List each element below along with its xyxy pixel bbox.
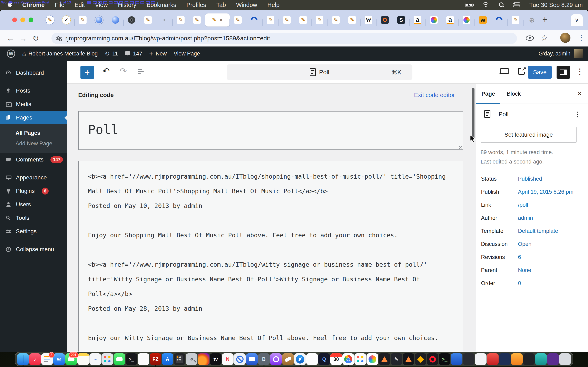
dock-icon-reminders[interactable]: 3 xyxy=(41,353,53,365)
sidebar-item-plugins[interactable]: Plugins6 xyxy=(0,184,67,198)
dock-icon-textedit[interactable] xyxy=(138,353,149,365)
tab-wp-edit[interactable]: ✎ xyxy=(140,16,156,24)
dock-icon-chrome[interactable] xyxy=(342,353,354,365)
address-bar[interactable]: rjmprogramming.com.au/ITblog/wp-admin/po… xyxy=(52,33,517,44)
tab-oreilly[interactable]: O xyxy=(377,16,393,24)
field-value-link[interactable]: Open xyxy=(518,241,531,247)
sidebar-item-pages[interactable]: Pages xyxy=(0,111,67,124)
profile-avatar[interactable] xyxy=(560,33,571,43)
reload-button[interactable]: ↻ xyxy=(29,34,42,43)
dock-icon-calendar[interactable]: 30 xyxy=(330,353,342,365)
menubar-item-window[interactable]: Window xyxy=(231,2,262,8)
tab-wp-edit[interactable]: ✎ xyxy=(230,16,246,24)
post-content-textarea[interactable]: <b><a href='//www.rjmprogramming.com.au/… xyxy=(78,161,463,351)
dock-icon-launchpad[interactable] xyxy=(102,353,113,365)
dock-icon-screen-block[interactable] xyxy=(234,353,246,365)
exit-code-editor-link[interactable]: Exit code editor xyxy=(414,92,455,99)
sidebar-item-appearance[interactable]: Appearance xyxy=(0,171,67,184)
tab-block[interactable]: Block xyxy=(507,91,521,97)
field-value-link[interactable]: 6 xyxy=(518,254,521,260)
dock-icon-news[interactable]: N xyxy=(222,353,233,365)
editor-options-icon[interactable]: ⋮ xyxy=(576,67,584,76)
field-value-link[interactable]: Default template xyxy=(518,228,558,234)
field-value-link[interactable]: Published xyxy=(518,176,542,182)
field-value-link[interactable]: 0 xyxy=(518,280,521,286)
tab-close-icon[interactable]: × xyxy=(219,17,223,23)
dock-icon-pixelmator[interactable] xyxy=(379,353,390,365)
field-value-link[interactable]: None xyxy=(518,267,531,273)
dock-icon-iterm[interactable]: >_ xyxy=(439,353,450,365)
tab-wp-post-editor-active[interactable]: ✎× xyxy=(205,13,230,26)
dock-icon-messages[interactable]: 201 xyxy=(65,353,77,365)
sidebar-subitem-all-pages[interactable]: All Pages xyxy=(0,128,67,138)
tab-wp-edit[interactable]: ✎ xyxy=(279,16,295,24)
dock-icon-slack[interactable] xyxy=(355,353,366,365)
dock-icon-podcasts[interactable] xyxy=(270,353,282,365)
tab-blank[interactable] xyxy=(156,19,173,21)
dock-icon-keychain[interactable] xyxy=(186,353,198,365)
field-value-link[interactable]: /poll xyxy=(518,202,528,208)
new-tab-button[interactable]: + xyxy=(542,15,548,24)
wp-logo-menu[interactable]: W xyxy=(7,50,15,58)
view-devices-button[interactable] xyxy=(499,68,508,75)
post-title-textarea[interactable]: Poll xyxy=(78,111,463,150)
tab-wp-edit[interactable]: ✎ xyxy=(344,16,360,24)
tab-wp-edit[interactable]: ✎ xyxy=(311,16,328,24)
dock-icon-apple-tv[interactable]: tv xyxy=(210,353,222,365)
tab-amazon[interactable]: a xyxy=(409,16,426,24)
menubar-item-profiles[interactable]: Profiles xyxy=(181,2,211,8)
tab-colorful-dots[interactable] xyxy=(458,16,475,24)
undo-button[interactable]: ↶ xyxy=(103,66,110,76)
site-settings-icon[interactable] xyxy=(56,36,62,40)
dock-icon-opera[interactable] xyxy=(427,353,438,365)
preview-eye-icon[interactable] xyxy=(526,35,534,41)
tab-loading-arc[interactable] xyxy=(491,17,507,23)
url-text[interactable]: rjmprogramming.com.au/ITblog/wp-admin/po… xyxy=(65,35,270,42)
tab-amazon[interactable]: a xyxy=(442,16,458,24)
new-content-link[interactable]: + New xyxy=(149,50,167,58)
tab-wp-edit[interactable]: ✎ xyxy=(295,16,311,24)
dock-icon-pages-doc[interactable] xyxy=(306,353,318,365)
tab-wattpad[interactable]: w xyxy=(475,16,491,24)
dock-icon-app-dark-2[interactable] xyxy=(523,353,535,365)
dock-icon-app-red[interactable] xyxy=(487,353,499,365)
dock-icon-photos[interactable] xyxy=(366,353,378,365)
site-name-link[interactable]: ⌂ Robert James Metcalfe Blog xyxy=(22,50,98,58)
tab-wp-edit[interactable]: ✎ xyxy=(328,16,344,24)
menubar-item-tab[interactable]: Tab xyxy=(211,2,231,8)
dock-icon-terminal[interactable]: >_ xyxy=(126,353,137,365)
dock-icon-facetime[interactable] xyxy=(113,353,125,365)
control-center-icon[interactable] xyxy=(513,2,520,7)
editor-scrollbar-thumb[interactable] xyxy=(472,88,475,140)
sidebar-item-media[interactable]: Media xyxy=(0,98,67,111)
tab-colorful-dots[interactable] xyxy=(426,16,442,24)
dock-icon-app-blue[interactable] xyxy=(451,353,462,365)
sidebar-item-tools[interactable]: Tools xyxy=(0,211,67,225)
dock-icon-photo-booth[interactable] xyxy=(246,353,258,365)
dock-icon-app-store[interactable]: A xyxy=(162,353,173,365)
summary-options-icon[interactable]: ⋮ xyxy=(574,110,581,118)
document-overview-button[interactable] xyxy=(138,69,143,75)
updates-link[interactable]: ↻ 11 xyxy=(104,50,118,57)
menubar-clock[interactable]: Tue 30 Sep 8:29 am xyxy=(529,2,583,8)
spotlight-search-icon[interactable] xyxy=(499,2,504,8)
redo-button[interactable]: ↷ xyxy=(120,66,127,76)
dock-icon-notes[interactable] xyxy=(77,353,89,365)
tab-s-site[interactable]: S xyxy=(393,16,409,24)
battery-charging-icon[interactable] xyxy=(465,3,473,7)
dock-icon-sketch[interactable] xyxy=(415,353,426,365)
field-value-link[interactable]: admin xyxy=(518,215,533,221)
dock-icon-quicktime[interactable]: Q xyxy=(318,353,330,365)
tab-wp-edit[interactable]: ✎ xyxy=(189,16,205,24)
minimize-window-button[interactable] xyxy=(20,17,25,22)
dock-icon-safari[interactable] xyxy=(294,353,306,365)
menubar-item-help[interactable]: Help xyxy=(262,2,285,8)
dock-icon-calculator[interactable] xyxy=(174,353,185,365)
dock-icon-app-purple[interactable] xyxy=(547,353,559,365)
tab-wp-edit[interactable]: ✎ xyxy=(262,16,279,24)
sidebar-subitem-add-new-page[interactable]: Add New Page xyxy=(0,138,67,149)
sidebar-item-collapse-menu[interactable]: Collapse menu xyxy=(0,243,67,256)
close-window-button[interactable] xyxy=(12,17,17,22)
tab-wp-edit[interactable]: ✎ xyxy=(173,16,189,24)
sidebar-item-comments[interactable]: Comments147 xyxy=(0,153,67,166)
